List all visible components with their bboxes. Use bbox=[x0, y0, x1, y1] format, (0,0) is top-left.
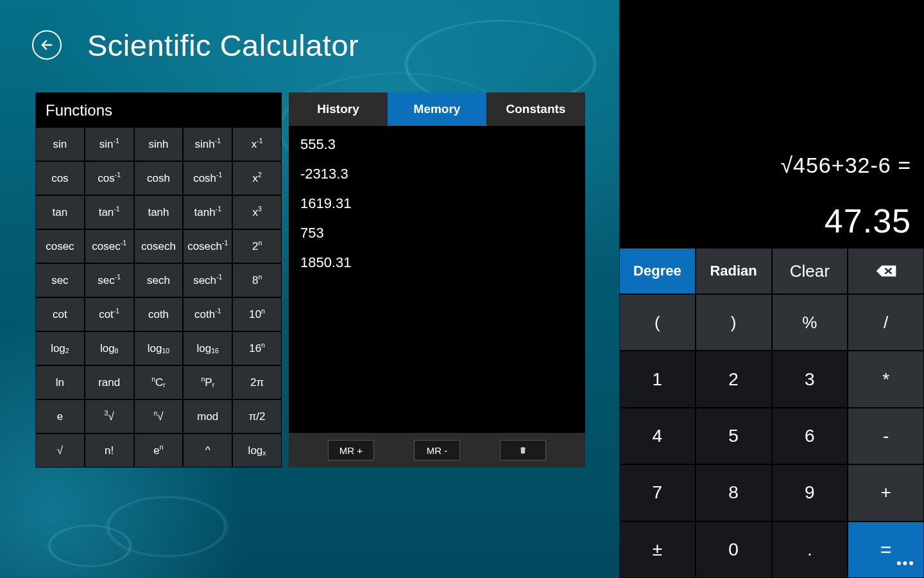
function-button[interactable]: cosec bbox=[35, 229, 85, 263]
memory-item[interactable]: 1850.31 bbox=[300, 256, 574, 270]
function-button[interactable]: cosech bbox=[134, 229, 184, 263]
back-arrow-icon bbox=[40, 38, 54, 52]
function-button[interactable]: 2n bbox=[232, 229, 282, 263]
key-0[interactable]: 0 bbox=[696, 521, 772, 578]
function-button[interactable]: e bbox=[35, 399, 85, 434]
memory-delete-button[interactable] bbox=[500, 440, 546, 460]
function-button[interactable]: ^ bbox=[183, 434, 232, 468]
function-button[interactable]: 3√ bbox=[85, 399, 134, 434]
function-button[interactable]: cos bbox=[35, 161, 85, 195]
function-button[interactable]: log2 bbox=[35, 331, 85, 365]
key-7[interactable]: 7 bbox=[619, 464, 696, 521]
clear-button[interactable]: Clear bbox=[772, 248, 848, 294]
function-button[interactable]: log16 bbox=[183, 331, 232, 365]
key-2[interactable]: 2 bbox=[696, 351, 772, 407]
function-button[interactable]: cosec-1 bbox=[85, 229, 134, 263]
memory-footer: MR + MR - bbox=[289, 433, 585, 468]
function-button[interactable]: 10n bbox=[232, 297, 282, 331]
key-multiply[interactable]: * bbox=[848, 351, 924, 407]
function-button[interactable]: cosh-1 bbox=[183, 161, 232, 195]
function-button[interactable]: sech bbox=[134, 263, 184, 297]
mr-plus-button[interactable]: MR + bbox=[328, 440, 374, 460]
function-button[interactable]: mod bbox=[183, 399, 232, 434]
function-button[interactable]: tan-1 bbox=[85, 195, 134, 229]
function-button[interactable]: π/2 bbox=[232, 399, 282, 434]
function-button[interactable]: x-1 bbox=[232, 127, 282, 161]
function-button[interactable]: tanh-1 bbox=[183, 195, 232, 229]
function-button[interactable]: tan bbox=[35, 195, 85, 229]
page-title: Scientific Calculator bbox=[87, 28, 359, 63]
function-button[interactable]: sec-1 bbox=[85, 263, 134, 297]
function-button[interactable]: 16n bbox=[232, 331, 282, 365]
mr-minus-button[interactable]: MR - bbox=[414, 440, 460, 460]
function-button[interactable]: cot bbox=[35, 297, 85, 331]
trash-icon bbox=[518, 445, 527, 455]
mid-panel-tabs: History Memory Constants bbox=[289, 92, 585, 126]
function-button[interactable]: 8n bbox=[232, 263, 282, 297]
function-button[interactable]: cot-1 bbox=[85, 297, 134, 331]
function-button[interactable]: nPr bbox=[183, 365, 232, 399]
more-menu-button[interactable]: ••• bbox=[893, 552, 919, 574]
function-button[interactable]: cosh bbox=[134, 161, 184, 195]
key-divide[interactable]: / bbox=[848, 294, 924, 351]
memory-list: 555.3-2313.31619.317531850.31 bbox=[289, 126, 585, 433]
function-button[interactable]: sin bbox=[35, 127, 85, 161]
function-button[interactable]: nCr bbox=[134, 365, 184, 399]
function-button[interactable]: sin-1 bbox=[85, 127, 134, 161]
key-close-paren[interactable]: ) bbox=[696, 294, 772, 351]
display-expression: √456+32-6 = bbox=[780, 153, 911, 178]
key-4[interactable]: 4 bbox=[619, 408, 696, 464]
function-button[interactable]: x3 bbox=[232, 195, 282, 229]
key-1[interactable]: 1 bbox=[619, 351, 696, 407]
function-button[interactable]: log10 bbox=[134, 331, 184, 365]
key-minus[interactable]: - bbox=[848, 408, 924, 464]
function-button[interactable]: logx bbox=[232, 434, 282, 468]
key-3[interactable]: 3 bbox=[772, 351, 848, 407]
radian-button[interactable]: Radian bbox=[696, 248, 772, 294]
key-decimal[interactable]: . bbox=[772, 521, 848, 578]
back-button[interactable] bbox=[32, 30, 62, 60]
function-button[interactable]: 2π bbox=[232, 365, 282, 399]
tab-constants[interactable]: Constants bbox=[486, 92, 585, 126]
keypad: Degree Radian Clear ( ) % / 1 2 3 * bbox=[619, 248, 924, 578]
function-button[interactable]: sec bbox=[35, 263, 85, 297]
backspace-icon bbox=[875, 264, 897, 278]
function-button[interactable]: sech-1 bbox=[183, 263, 232, 297]
key-plus[interactable]: + bbox=[848, 464, 924, 521]
tab-memory[interactable]: Memory bbox=[388, 92, 486, 126]
function-button[interactable]: x2 bbox=[232, 161, 282, 195]
key-open-paren[interactable]: ( bbox=[619, 294, 696, 351]
function-button[interactable]: n! bbox=[85, 434, 134, 468]
function-button[interactable]: ln bbox=[35, 365, 85, 399]
function-button[interactable]: en bbox=[134, 434, 184, 468]
function-button[interactable]: √ bbox=[35, 434, 85, 468]
display: √456+32-6 = 47.35 bbox=[619, 0, 924, 248]
function-button[interactable]: cosech-1 bbox=[183, 229, 232, 263]
function-button[interactable]: log8 bbox=[85, 331, 134, 365]
function-button[interactable]: rand bbox=[85, 365, 134, 399]
memory-item[interactable]: 555.3 bbox=[300, 137, 574, 152]
function-button[interactable]: sinh-1 bbox=[183, 127, 232, 161]
functions-title: Functions bbox=[35, 92, 282, 127]
function-button[interactable]: tanh bbox=[134, 195, 184, 229]
memory-item[interactable]: -2313.3 bbox=[300, 167, 574, 181]
backspace-button[interactable] bbox=[848, 248, 924, 294]
key-5[interactable]: 5 bbox=[696, 408, 772, 464]
functions-panel: Functions sinsin-1sinhsinh-1x-1coscos-1c… bbox=[35, 92, 282, 468]
key-6[interactable]: 6 bbox=[772, 408, 848, 464]
function-button[interactable]: n√ bbox=[134, 399, 184, 434]
key-percent[interactable]: % bbox=[772, 294, 848, 351]
function-button[interactable]: coth-1 bbox=[183, 297, 232, 331]
degree-button[interactable]: Degree bbox=[619, 248, 696, 294]
function-button[interactable]: cos-1 bbox=[85, 161, 134, 195]
key-9[interactable]: 9 bbox=[772, 464, 848, 521]
function-button[interactable]: sinh bbox=[134, 127, 184, 161]
calculator-panel: √456+32-6 = 47.35 Degree Radian Clear ( … bbox=[619, 0, 924, 578]
clear-label: Clear bbox=[790, 261, 830, 281]
function-button[interactable]: coth bbox=[134, 297, 184, 331]
key-8[interactable]: 8 bbox=[696, 464, 772, 521]
tab-history[interactable]: History bbox=[289, 92, 388, 126]
memory-item[interactable]: 753 bbox=[300, 226, 574, 240]
memory-item[interactable]: 1619.31 bbox=[300, 197, 574, 211]
key-plusminus[interactable]: ± bbox=[619, 521, 696, 578]
